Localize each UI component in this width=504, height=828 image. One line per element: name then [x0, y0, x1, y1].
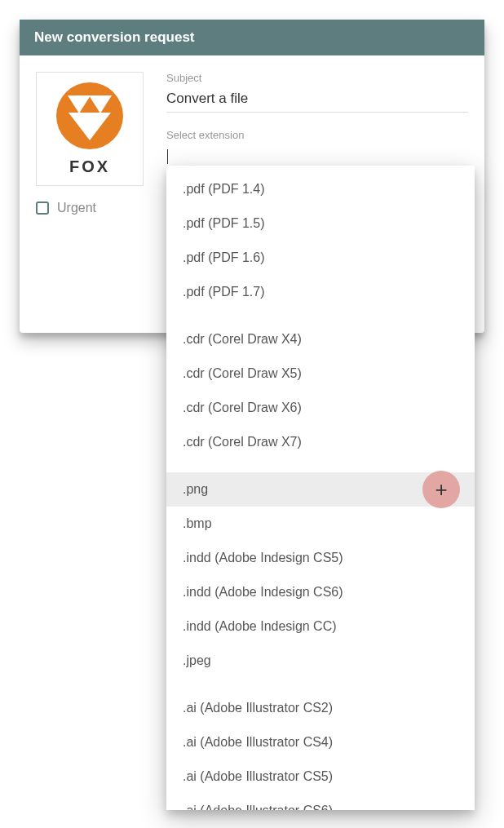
dropdown-item[interactable]: .cdr (Corel Draw X7)	[166, 425, 475, 459]
fox-logo-icon	[56, 82, 123, 149]
dropdown-group: .png+.bmp.indd (Adobe Indesign CS5).indd…	[166, 466, 475, 684]
subject-input[interactable]: Convert a file	[166, 87, 468, 113]
add-button[interactable]: +	[422, 471, 460, 508]
dropdown-group: .cdr (Corel Draw X4).cdr (Corel Draw X5)…	[166, 316, 475, 466]
dropdown-item[interactable]: .indd (Adobe Indesign CS6)	[166, 575, 475, 609]
dropdown-item[interactable]: .jpeg	[166, 644, 475, 678]
subject-label: Subject	[166, 72, 468, 84]
logo-text: FOX	[69, 157, 110, 176]
left-column: FOX Urgent	[36, 72, 150, 317]
dropdown-item[interactable]: .pdf (PDF 1.7)	[166, 275, 475, 309]
text-cursor	[167, 149, 168, 164]
extension-field: Select extension	[166, 129, 468, 170]
dropdown-item[interactable]: .pdf (PDF 1.5)	[166, 206, 475, 241]
subject-field: Subject Convert a file	[166, 72, 468, 113]
dropdown-item[interactable]: .cdr (Corel Draw X4)	[166, 322, 475, 356]
urgent-checkbox-row[interactable]: Urgent	[36, 201, 150, 215]
dropdown-item[interactable]: .pdf (PDF 1.4)	[166, 172, 475, 206]
dropdown-item[interactable]: .ai (Adobe Illustrator CS2)	[166, 691, 475, 725]
plus-icon: +	[435, 479, 447, 500]
dropdown-group: .pdf (PDF 1.4).pdf (PDF 1.5).pdf (PDF 1.…	[166, 166, 475, 316]
conversion-request-card: New conversion request FOX Urgent S	[20, 20, 484, 333]
dropdown-item[interactable]: .ai (Adobe Illustrator CS6)	[166, 794, 475, 810]
dropdown-item[interactable]: .png+	[166, 472, 475, 507]
logo-box: FOX	[36, 72, 144, 186]
dropdown-item[interactable]: .indd (Adobe Indesign CC)	[166, 609, 475, 644]
extension-dropdown[interactable]: .pdf (PDF 1.4).pdf (PDF 1.5).pdf (PDF 1.…	[166, 166, 475, 810]
extension-label: Select extension	[166, 129, 468, 141]
dropdown-item[interactable]: .ai (Adobe Illustrator CS4)	[166, 725, 475, 759]
dropdown-item[interactable]: .bmp	[166, 507, 475, 541]
dropdown-item[interactable]: .cdr (Corel Draw X5)	[166, 356, 475, 391]
right-column: Subject Convert a file Select extension …	[166, 72, 468, 317]
card-body: FOX Urgent Subject Convert a file Select…	[20, 55, 484, 333]
urgent-checkbox[interactable]	[36, 201, 49, 215]
dropdown-item[interactable]: .ai (Adobe Illustrator CS5)	[166, 759, 475, 794]
dropdown-item[interactable]: .pdf (PDF 1.6)	[166, 241, 475, 275]
urgent-label: Urgent	[57, 201, 96, 215]
dropdown-item[interactable]: .indd (Adobe Indesign CS5)	[166, 541, 475, 575]
dropdown-group: .ai (Adobe Illustrator CS2).ai (Adobe Il…	[166, 684, 475, 810]
dropdown-item[interactable]: .cdr (Corel Draw X6)	[166, 391, 475, 425]
card-title: New conversion request	[20, 20, 484, 55]
